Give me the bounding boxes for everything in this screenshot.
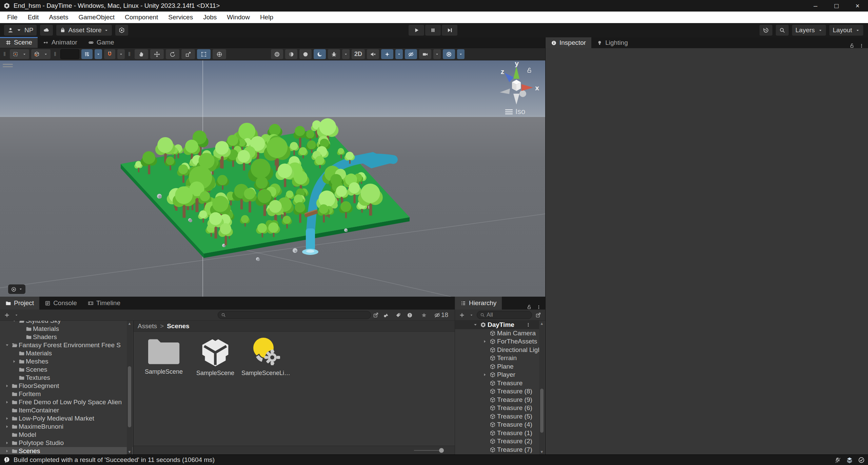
- effects-toggle-caret[interactable]: [395, 49, 403, 59]
- hierarchy-item-directional-light[interactable]: Directional Light: [455, 346, 539, 354]
- tree-item-model[interactable]: Model: [0, 431, 133, 439]
- tree-item-textures[interactable]: Textures: [0, 374, 133, 382]
- tab-project[interactable]: Project: [0, 297, 39, 310]
- camera-settings[interactable]: [419, 49, 431, 59]
- pivot-mode-dropdown[interactable]: [10, 49, 29, 59]
- tree-item-scenes[interactable]: Scenes: [0, 366, 133, 374]
- menu-jobs[interactable]: Jobs: [198, 12, 222, 23]
- hierarchy-item-plane[interactable]: Plane: [455, 362, 539, 371]
- global-search-button[interactable]: [776, 25, 789, 36]
- layers-dropdown[interactable]: Layers: [792, 25, 826, 36]
- expander-open-icon[interactable]: [473, 323, 477, 327]
- tree-item-scenes[interactable]: Scenes: [0, 447, 133, 454]
- tree-item-shaders[interactable]: Shaders: [0, 333, 133, 341]
- minimize-button[interactable]: –: [805, 0, 826, 12]
- asset-store[interactable]: Asset Store: [56, 25, 112, 36]
- tool-scale[interactable]: [181, 49, 195, 59]
- hierarchy-item-fortheassets[interactable]: ForTheAssets: [455, 337, 539, 346]
- asset-samplescene[interactable]: SampleScene: [138, 336, 189, 375]
- filter-by-type-icon[interactable]: [382, 311, 390, 319]
- expander-closed-icon[interactable]: [5, 384, 9, 388]
- tree-item-materials[interactable]: Materials: [0, 349, 133, 357]
- pause-button[interactable]: [425, 25, 441, 36]
- hierarchy-search-input[interactable]: All: [477, 311, 532, 319]
- audio-mute[interactable]: [367, 49, 379, 59]
- kebab-menu-icon[interactable]: [859, 43, 864, 48]
- tool-transform[interactable]: [213, 49, 226, 59]
- expander-closed-icon[interactable]: [5, 400, 9, 404]
- menu-services[interactable]: Services: [163, 12, 198, 23]
- tree-item-stylized-sky[interactable]: Stylized Sky: [0, 321, 133, 325]
- expander-closed-icon[interactable]: [5, 441, 9, 445]
- hierarchy-item-treasure-1-[interactable]: Treasure (1): [455, 429, 539, 438]
- breadcrumb-assets[interactable]: Assets: [138, 322, 157, 330]
- tree-item-itemcontainer[interactable]: ItemContainer: [0, 406, 133, 414]
- scroll-up-arrow[interactable]: ▲: [127, 321, 132, 326]
- camera-settings-caret[interactable]: [433, 49, 441, 59]
- scrollbar-thumb[interactable]: [540, 389, 544, 433]
- gizmo-lock-icon[interactable]: [526, 67, 532, 73]
- scene-lighting-off[interactable]: [314, 49, 326, 59]
- snap-caret[interactable]: [117, 49, 125, 59]
- projection-toggle[interactable]: Iso: [505, 107, 525, 116]
- tree-item-maximebrunoni[interactable]: MaximeBrunoni: [0, 423, 133, 431]
- version-control[interactable]: [115, 25, 128, 36]
- shading-shaded-wire[interactable]: [285, 49, 297, 59]
- hierarchy-item-treasure[interactable]: Treasure: [455, 379, 539, 388]
- expander-open-icon[interactable]: [5, 343, 9, 347]
- tree-item-floorsegment[interactable]: FloorSegment: [0, 382, 133, 390]
- hidden-count-toggle[interactable]: 18: [433, 311, 450, 319]
- tab-scene[interactable]: Scene: [0, 37, 38, 48]
- create-asset-button[interactable]: [3, 311, 11, 319]
- overlay-drag-handle[interactable]: [3, 64, 13, 69]
- alerts-filter-icon[interactable]: [406, 311, 414, 319]
- breadcrumb-scenes[interactable]: Scenes: [167, 322, 190, 330]
- cloud-services[interactable]: [40, 25, 53, 36]
- hierarchy-item-daytime[interactable]: DayTime: [455, 321, 539, 329]
- gizmos-toggle[interactable]: [443, 49, 455, 59]
- scroll-down-arrow[interactable]: ▼: [127, 450, 132, 454]
- tree-item-free-demo-of-low-poly-space-alien[interactable]: Free Demo of Low Poly Space Alien: [0, 398, 133, 406]
- menu-edit[interactable]: Edit: [23, 12, 44, 23]
- scene-kebab-icon[interactable]: [526, 322, 539, 327]
- grid-visibility-toggle[interactable]: [81, 49, 93, 59]
- debug-draw-caret[interactable]: [342, 49, 350, 59]
- project-tree-scrollbar[interactable]: ▲ ▼: [127, 321, 132, 454]
- expander-open-icon[interactable]: [12, 321, 16, 323]
- expander-closed-icon[interactable]: [483, 339, 487, 343]
- project-search-input[interactable]: [218, 311, 371, 319]
- scrollbar-thumb[interactable]: [128, 366, 131, 427]
- debug-draw[interactable]: [328, 49, 340, 59]
- hierarchy-item-treasure-4-[interactable]: Treasure (4): [455, 421, 539, 429]
- toolbar-handle[interactable]: ‖: [53, 51, 58, 58]
- step-button[interactable]: [442, 25, 457, 36]
- scroll-down-arrow[interactable]: ▼: [540, 450, 544, 454]
- expander-closed-icon[interactable]: [5, 425, 9, 429]
- menu-window[interactable]: Window: [222, 12, 255, 23]
- tree-item-foritem[interactable]: ForItem: [0, 390, 133, 398]
- thumbnail-size-slider[interactable]: [414, 450, 441, 451]
- tree-item-fantasy-forest-environment-free-s[interactable]: Fantasy Forest Environment Free S: [0, 341, 133, 349]
- tab-inspector[interactable]: Inspector: [546, 37, 591, 48]
- tab-game[interactable]: Game: [83, 37, 120, 48]
- cloud-activity-icon[interactable]: [846, 457, 853, 463]
- hierarchy-item-treasure-7-[interactable]: Treasure (7): [455, 446, 539, 454]
- filter-by-label-icon[interactable]: [394, 311, 402, 319]
- close-button[interactable]: ×: [847, 0, 868, 12]
- hierarchy-item-player[interactable]: Player: [455, 371, 539, 379]
- tool-rotate[interactable]: [166, 49, 179, 59]
- orientation-dropdown[interactable]: [31, 49, 51, 59]
- expander-closed-icon[interactable]: [483, 373, 487, 377]
- lock-open-icon[interactable]: [527, 304, 532, 310]
- tree-item-polytope-studio[interactable]: Polytope Studio: [0, 439, 133, 447]
- tree-item-low-poly-medieval-market[interactable]: Low-Poly Medieval Market: [0, 414, 133, 423]
- hierarchy-item-treasure-6-[interactable]: Treasure (6): [455, 404, 539, 412]
- tab-animator[interactable]: Animator: [38, 37, 83, 48]
- scene-lighting[interactable]: [299, 49, 312, 59]
- undo-history-button[interactable]: [760, 25, 772, 36]
- menu-component[interactable]: Component: [120, 12, 163, 23]
- toolbar-handle[interactable]: ‖: [2, 51, 8, 58]
- account-menu[interactable]: NP: [4, 25, 37, 36]
- expander-closed-icon[interactable]: [12, 359, 16, 364]
- tab-console[interactable]: Console: [39, 297, 82, 310]
